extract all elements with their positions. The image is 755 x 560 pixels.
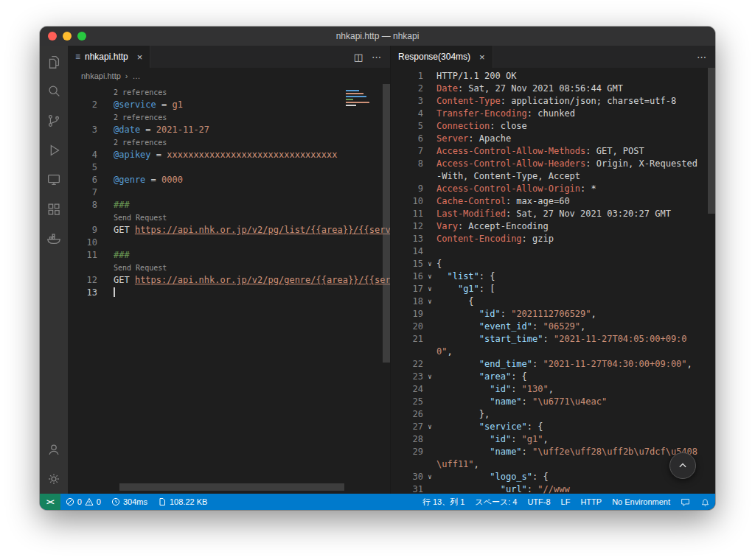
settings-gear-icon[interactable] [45, 470, 63, 488]
language-mode-status[interactable]: HTTP [575, 494, 607, 510]
response-size-status[interactable]: 108.22 KB [153, 494, 212, 510]
response-time-status[interactable]: 304ms [106, 494, 153, 510]
fold-gutter [423, 83, 436, 95]
cursor-position-status[interactable]: 行 13、列 1 [417, 494, 470, 510]
eol-status[interactable]: LF [556, 494, 576, 510]
source-control-icon[interactable] [45, 112, 63, 130]
error-count: 0 [77, 497, 82, 506]
warning-icon [85, 497, 94, 506]
line-content: ### [114, 199, 390, 211]
close-tab-icon[interactable]: × [137, 52, 143, 63]
line-number: 1 [391, 70, 423, 83]
fold-gutter [423, 358, 436, 371]
code-line: 18∨ { [391, 295, 715, 308]
codelens-link[interactable]: 2 references [114, 88, 167, 97]
fold-gutter [97, 86, 114, 99]
fold-chevron-icon[interactable]: ∨ [423, 295, 436, 308]
remote-indicator[interactable]: >< [40, 494, 60, 510]
more-actions-icon[interactable]: ⋯ [697, 52, 706, 63]
docker-icon[interactable] [45, 230, 63, 248]
vertical-scrollbar[interactable] [708, 68, 715, 214]
run-and-debug-icon[interactable] [45, 141, 63, 159]
fold-chevron-icon[interactable]: ∨ [423, 270, 436, 283]
breadcrumb-more[interactable]: … [133, 71, 141, 80]
fold-chevron-icon[interactable]: ∨ [423, 371, 436, 383]
notifications-bell-icon[interactable] [695, 494, 715, 510]
vertical-scrollbar[interactable] [383, 84, 390, 363]
editor-group-right: Response(304ms) × ⋯ 1HTTP/1.1 200 OK2Dat… [390, 46, 715, 494]
zoom-window-button[interactable] [77, 32, 86, 41]
code-line: 8### [68, 199, 390, 211]
line-content: -With, Content-Type, Accept [436, 170, 715, 183]
line-number [391, 170, 423, 183]
fold-chevron-icon[interactable]: ∨ [423, 283, 436, 295]
minimize-window-button[interactable] [63, 32, 72, 41]
more-actions-icon[interactable]: ⋯ [372, 52, 381, 63]
status-bar: >< 0 0 304ms 108.22 KB 行 13、列 1 スペース: 4 … [40, 494, 715, 510]
fold-gutter [423, 220, 436, 233]
line-number: 18 [391, 295, 423, 308]
codelens-link[interactable]: 2 references [114, 113, 167, 122]
code-line: \uff11", [391, 458, 715, 471]
line-content: Last-Modified: Sat, 27 Nov 2021 03:20:27… [436, 208, 715, 220]
minimap[interactable] [344, 88, 380, 111]
line-content: "area": { [436, 371, 715, 383]
split-editor-icon[interactable]: ◫ [354, 52, 363, 63]
remote-explorer-icon[interactable] [45, 171, 63, 189]
line-number: 17 [391, 283, 423, 295]
line-number: 24 [391, 383, 423, 396]
close-tab-icon[interactable]: × [479, 52, 485, 63]
line-number: 12 [68, 274, 97, 287]
breadcrumb[interactable]: nhkapi.http › … [68, 68, 390, 84]
explorer-icon[interactable] [45, 53, 63, 71]
codelens-row: 2 references [68, 111, 390, 124]
rest-client-environment-status[interactable]: No Environment [607, 494, 675, 510]
encoding-status[interactable]: UTF-8 [522, 494, 555, 510]
close-window-button[interactable] [48, 32, 57, 41]
line-number [391, 458, 423, 471]
fold-gutter [423, 483, 436, 494]
codelens-link[interactable]: Send Request [114, 214, 167, 222]
code-line: 7 [68, 186, 390, 199]
line-content: 0", [436, 346, 715, 358]
fold-chevron-icon[interactable]: ∨ [423, 258, 436, 270]
codelens-link[interactable]: Send Request [114, 264, 167, 272]
line-content: "service": { [436, 421, 715, 433]
horizontal-scrollbar[interactable] [119, 483, 344, 491]
fold-gutter [423, 108, 436, 120]
fold-chevron-icon[interactable]: ∨ [423, 471, 436, 483]
fold-gutter [97, 136, 114, 149]
text-editor[interactable]: 2 references2@service = g12 references3@… [68, 84, 390, 494]
line-content: @genre = 0000 [114, 174, 390, 186]
fold-gutter [423, 308, 436, 321]
fold-chevron-icon[interactable]: ∨ [423, 421, 436, 433]
code-line: 5 [68, 161, 390, 174]
line-number: 27 [391, 421, 423, 433]
account-icon[interactable] [45, 441, 63, 458]
title-bar[interactable]: nhkapi.http — nhkapi [40, 27, 715, 46]
line-content: "id": "g1", [436, 433, 715, 446]
fold-gutter [423, 145, 436, 158]
line-number: 2 [391, 83, 423, 95]
scroll-to-top-button[interactable] [669, 452, 696, 479]
extensions-icon[interactable] [45, 200, 63, 218]
search-icon[interactable] [45, 83, 63, 100]
code-line: 15∨{ [391, 258, 715, 270]
codelens-link[interactable]: 2 references [114, 139, 167, 147]
feedback-icon[interactable] [675, 494, 695, 510]
indentation-status[interactable]: スペース: 4 [470, 494, 522, 510]
line-content: Date: Sat, 27 Nov 2021 08:56:44 GMT [436, 83, 715, 95]
response-viewer[interactable]: 1HTTP/1.1 200 OK2Date: Sat, 27 Nov 2021 … [391, 68, 715, 494]
fold-gutter [423, 245, 436, 258]
tab-nhkapi-http[interactable]: ≡ nhkapi.http × [68, 46, 150, 68]
fold-gutter [423, 321, 436, 333]
breadcrumb-file[interactable]: nhkapi.http [81, 71, 121, 80]
line-number: 30 [391, 471, 423, 483]
tab-response[interactable]: Response(304ms) × [391, 46, 493, 68]
fold-gutter [423, 158, 436, 170]
problems-status[interactable]: 0 0 [60, 494, 106, 510]
line-content: Send Request [114, 211, 390, 224]
line-number: 9 [391, 183, 423, 195]
line-content: Send Request [114, 262, 390, 274]
line-content: Transfer-Encoding: chunked [436, 108, 715, 120]
